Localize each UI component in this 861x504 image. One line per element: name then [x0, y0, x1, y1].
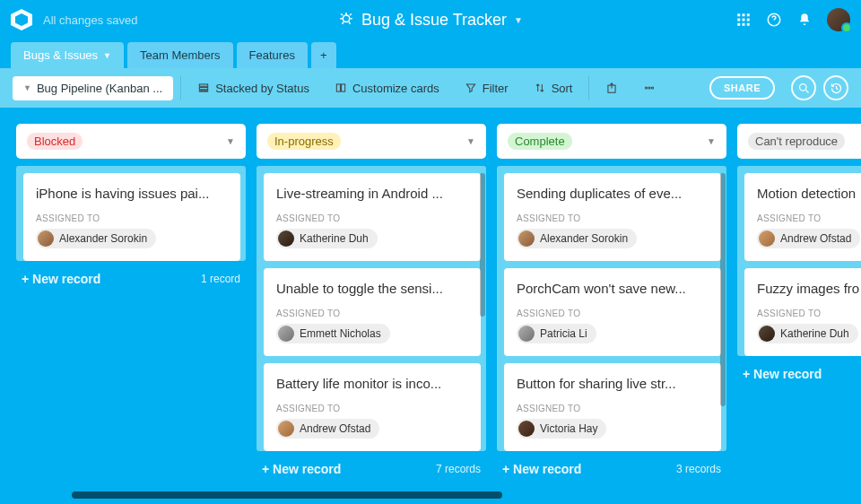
avatar: [278, 326, 294, 342]
field-label: ASSIGNED TO: [36, 213, 228, 223]
bug-icon: [338, 10, 354, 30]
column-footer: + New record1 record: [16, 261, 246, 295]
new-record-button[interactable]: + New record: [262, 462, 341, 476]
svg-point-0: [343, 15, 350, 22]
vertical-scrollbar[interactable]: [720, 173, 726, 406]
record-card[interactable]: Sending duplicates of eve...ASSIGNED TOA…: [504, 173, 721, 261]
help-icon[interactable]: [766, 12, 782, 28]
save-status: All changes saved: [43, 13, 138, 27]
column-status-label: Can't reproduce: [748, 133, 845, 150]
kanban-board: Blocked▼iPhone is having issues pai...AS…: [0, 108, 861, 504]
vertical-scrollbar[interactable]: [480, 173, 485, 317]
assignee-pill: Victoria Hay: [517, 419, 606, 439]
avatar: [278, 230, 294, 247]
card-title: PorchCam won't save new...: [517, 281, 709, 296]
svg-point-20: [799, 83, 806, 91]
record-card[interactable]: iPhone is having issues pai...ASSIGNED T…: [23, 173, 240, 261]
record-card[interactable]: Battery life monitor is inco...ASSIGNED …: [264, 363, 481, 451]
assignee-name: Andrew Ofstad: [300, 422, 370, 435]
more-options-button[interactable]: [634, 76, 665, 100]
avatar: [518, 421, 535, 437]
card-title: Sending duplicates of eve...: [517, 186, 709, 201]
customize-cards-button[interactable]: Customize cards: [326, 76, 448, 100]
base-title[interactable]: Bug & Issue Tracker ▼: [338, 10, 523, 30]
column-body: Live-streaming in Android ...ASSIGNED TO…: [257, 166, 486, 451]
apps-grid-icon[interactable]: [735, 12, 752, 28]
field-label: ASSIGNED TO: [276, 213, 468, 223]
record-card[interactable]: PorchCam won't save new...ASSIGNED TOPat…: [504, 268, 721, 356]
column-header[interactable]: Complete▼: [497, 124, 726, 159]
assignee-pill: Katherine Duh: [757, 324, 858, 343]
history-button[interactable]: [823, 75, 848, 100]
horizontal-scrollbar[interactable]: [72, 491, 502, 499]
field-label: ASSIGNED TO: [276, 404, 468, 413]
kanban-column: Blocked▼iPhone is having issues pai...AS…: [16, 124, 246, 504]
user-avatar[interactable]: [827, 8, 850, 31]
record-card[interactable]: Live-streaming in Android ...ASSIGNED TO…: [264, 173, 481, 261]
add-table-button[interactable]: +: [311, 42, 336, 68]
card-title: Motion detection: [757, 186, 861, 201]
table-tabs: Bugs & Issues ▼ Team Members Features +: [0, 39, 861, 68]
app-logo-icon[interactable]: [11, 9, 32, 30]
svg-rect-14: [336, 84, 340, 91]
svg-rect-9: [747, 23, 750, 26]
new-record-button[interactable]: + New record: [22, 272, 100, 286]
svg-rect-15: [342, 84, 345, 91]
share-button[interactable]: SHARE: [709, 76, 775, 100]
kanban-column: In-progress▼Live-streaming in Android ..…: [257, 124, 486, 504]
kanban-column: Can't reproduce▼Motion detectionASSIGNED…: [737, 124, 861, 504]
assignee-pill: Alexander Sorokin: [517, 229, 637, 248]
record-card[interactable]: Motion detectionASSIGNED TOAndrew Ofstad: [744, 173, 861, 261]
column-status-label: Blocked: [27, 133, 83, 150]
new-record-button[interactable]: + New record: [502, 462, 581, 476]
record-count: 1 record: [201, 273, 240, 285]
tab-bugs-issues[interactable]: Bugs & Issues ▼: [11, 42, 124, 68]
new-record-button[interactable]: + New record: [743, 367, 822, 381]
svg-rect-12: [199, 87, 207, 89]
chevron-down-icon: ▼: [226, 136, 235, 146]
column-header[interactable]: Blocked▼: [16, 124, 246, 159]
field-label: ASSIGNED TO: [517, 213, 709, 223]
assignee-name: Emmett Nicholas: [300, 327, 381, 340]
column-status-label: Complete: [508, 133, 572, 150]
column-header[interactable]: In-progress▼: [257, 124, 486, 159]
field-label: ASSIGNED TO: [517, 404, 709, 413]
card-title: Unable to toggle the sensi...: [276, 281, 468, 296]
column-header[interactable]: Can't reproduce▼: [737, 124, 861, 159]
cards-icon: [335, 82, 347, 94]
avatar: [518, 230, 535, 247]
svg-point-17: [646, 87, 648, 89]
share-export-button[interactable]: [596, 76, 627, 100]
notifications-icon[interactable]: [796, 12, 813, 28]
card-title: Live-streaming in Android ...: [276, 186, 468, 201]
column-status-label: In-progress: [267, 133, 341, 150]
filter-button[interactable]: Filter: [456, 76, 517, 100]
record-count: 3 records: [676, 463, 721, 475]
svg-rect-6: [747, 19, 750, 22]
field-label: ASSIGNED TO: [757, 213, 861, 223]
record-card[interactable]: Fuzzy images froASSIGNED TOKatherine Duh: [744, 268, 861, 356]
record-card[interactable]: Button for sharing live str...ASSIGNED T…: [504, 363, 721, 451]
tab-features[interactable]: Features: [237, 42, 308, 68]
assignee-pill: Andrew Ofstad: [757, 229, 860, 248]
record-card[interactable]: Unable to toggle the sensi...ASSIGNED TO…: [264, 268, 481, 356]
sort-button[interactable]: Sort: [525, 76, 582, 100]
card-title: Button for sharing live str...: [517, 376, 709, 391]
field-label: ASSIGNED TO: [757, 308, 861, 318]
assignee-name: Andrew Ofstad: [780, 232, 851, 245]
assignee-pill: Emmett Nicholas: [276, 324, 390, 343]
chevron-down-icon: ▼: [707, 136, 716, 146]
filter-icon: [465, 82, 477, 94]
card-title: Fuzzy images fro: [757, 281, 861, 296]
assignee-name: Patricia Li: [540, 327, 587, 340]
svg-rect-13: [199, 91, 207, 91]
view-switcher[interactable]: ▼ Bug Pipeline (Kanban ...: [13, 76, 173, 100]
tab-team-members[interactable]: Team Members: [127, 42, 233, 68]
divider: [588, 76, 589, 100]
view-name: Bug Pipeline (Kanban ...: [37, 82, 162, 95]
chevron-down-icon: ▼: [103, 51, 111, 60]
svg-rect-3: [747, 13, 750, 16]
stack-by-button[interactable]: Stacked by Status: [188, 76, 318, 100]
search-button[interactable]: [791, 75, 816, 100]
kanban-column: Complete▼Sending duplicates of eve...ASS…: [497, 124, 726, 504]
